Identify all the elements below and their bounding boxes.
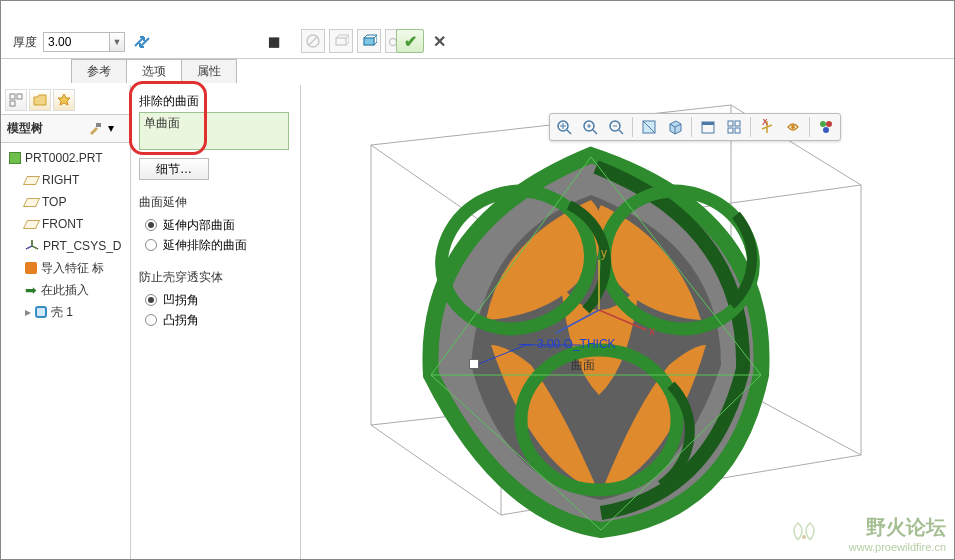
drag-handle[interactable] (469, 359, 479, 369)
detail-button[interactable]: 细节… (139, 158, 209, 180)
tree-csys[interactable]: PRT_CSYS_D (3, 235, 128, 257)
svg-rect-8 (10, 101, 15, 106)
annotation-display-icon[interactable] (781, 116, 805, 138)
svg-line-23 (593, 130, 597, 134)
options-panel: 排除的曲面 单曲面 细节… 曲面延伸 延伸内部曲面 延伸排除的曲面 防止壳穿透实… (131, 85, 301, 559)
svg-point-41 (802, 535, 806, 539)
watermark-url: www.proewildfire.cn (849, 541, 946, 553)
tree-plane-front[interactable]: FRONT (3, 213, 128, 235)
pause-icon[interactable]: ▮▮ (261, 29, 285, 53)
excluded-surfaces-label: 排除的曲面 (139, 93, 292, 110)
thickness-dropdown[interactable]: ▼ (109, 32, 125, 52)
svg-point-37 (791, 125, 795, 129)
tab-properties[interactable]: 属性 (181, 59, 237, 83)
convex-radio[interactable]: 凸拐角 (145, 310, 292, 330)
viewport[interactable]: y x — 3.00 O_THICK 曲面 (301, 85, 954, 559)
svg-rect-32 (728, 121, 733, 126)
tree-title: 模型树 (7, 120, 43, 137)
svg-point-40 (823, 127, 829, 133)
excluded-surfaces-list[interactable]: 单曲面 (139, 112, 289, 150)
tree-import[interactable]: 导入特征 标 (3, 257, 128, 279)
model-tree: PRT0002.PRT RIGHT TOP FRONT PRT_CSYS_D 导… (1, 143, 130, 327)
watermark: 野火论坛 www.proewildfire.cn (849, 514, 946, 553)
top-toolbar: 厚度 ▼ ▮▮ ✔ ✕ (1, 1, 954, 59)
svg-rect-33 (735, 121, 740, 126)
tree-part[interactable]: PRT0002.PRT (3, 147, 128, 169)
tabs-row: 参考 选项 属性 (1, 59, 954, 85)
box-icon[interactable] (329, 29, 353, 53)
model-tree-panel: 模型树 ▾ PRT0002.PRT RIGHT TOP FRONT PRT_CS… (1, 85, 131, 559)
svg-line-1 (309, 37, 317, 45)
svg-rect-2 (336, 38, 346, 45)
box-active-icon[interactable] (357, 29, 381, 53)
dimension-label[interactable]: — 3.00 O_THICK (519, 335, 616, 351)
svg-rect-31 (702, 122, 714, 125)
flip-direction-icon[interactable] (131, 31, 153, 53)
watermark-title: 野火论坛 (849, 514, 946, 541)
thickness-input-group: ▼ (43, 32, 125, 52)
prevent-title: 防止壳穿透实体 (139, 269, 292, 286)
tree-toolbar (1, 85, 130, 115)
tree-header: 模型树 ▾ (1, 115, 130, 143)
datum-display-icon[interactable]: x (755, 116, 779, 138)
surface-label: 曲面 (571, 357, 595, 374)
svg-line-21 (567, 130, 571, 134)
view-manager-icon[interactable] (722, 116, 746, 138)
watermark-logo (788, 515, 824, 545)
tree-view-icon[interactable] (5, 89, 27, 111)
refit-icon[interactable] (552, 116, 576, 138)
svg-rect-35 (735, 128, 740, 133)
display-style-icon[interactable] (663, 116, 687, 138)
svg-rect-6 (10, 94, 15, 99)
svg-point-38 (820, 121, 826, 127)
extend-title: 曲面延伸 (139, 194, 292, 211)
apply-button[interactable]: ✔ (396, 29, 424, 53)
extend-excluded-radio[interactable]: 延伸排除的曲面 (145, 235, 292, 255)
spin-center-icon[interactable] (814, 116, 838, 138)
3d-view-svg: y x (301, 85, 951, 560)
feature-toolbar: ▮▮ (261, 29, 409, 53)
tree-favorite-icon[interactable] (53, 89, 75, 111)
tree-insert-here[interactable]: ➡在此插入 (3, 279, 128, 301)
svg-line-27 (619, 130, 623, 134)
saved-views-icon[interactable] (696, 116, 720, 138)
svg-text:y: y (601, 246, 607, 260)
tab-options[interactable]: 选项 (126, 59, 182, 83)
svg-rect-3 (364, 38, 374, 45)
svg-rect-9 (96, 123, 101, 127)
tab-reference[interactable]: 参考 (71, 59, 127, 83)
tree-shell[interactable]: ▸壳 1 (3, 301, 128, 323)
svg-text:x: x (762, 119, 768, 128)
tree-folder-icon[interactable] (29, 89, 51, 111)
repaint-icon[interactable] (637, 116, 661, 138)
extend-radio-group: 延伸内部曲面 延伸排除的曲面 (139, 215, 292, 255)
svg-text:x: x (649, 324, 655, 338)
thickness-label: 厚度 (13, 34, 37, 51)
tree-tool-hammer-icon[interactable] (88, 121, 104, 137)
concave-radio[interactable]: 凹拐角 (145, 290, 292, 310)
svg-point-39 (826, 121, 832, 127)
tree-plane-top[interactable]: TOP (3, 191, 128, 213)
cancel-button[interactable]: ✕ (430, 32, 448, 50)
view-toolbar: x (549, 113, 841, 141)
tree-plane-right[interactable]: RIGHT (3, 169, 128, 191)
zoom-in-icon[interactable] (578, 116, 602, 138)
tree-tool-settings-icon[interactable]: ▾ (108, 121, 124, 137)
svg-rect-34 (728, 128, 733, 133)
no-icon[interactable] (301, 29, 325, 53)
excluded-surface-item[interactable]: 单曲面 (144, 115, 284, 132)
extend-internal-radio[interactable]: 延伸内部曲面 (145, 215, 292, 235)
svg-rect-7 (17, 94, 22, 99)
confirm-group: ✔ ✕ (396, 29, 448, 53)
prevent-radio-group: 凹拐角 凸拐角 (139, 290, 292, 330)
zoom-out-icon[interactable] (604, 116, 628, 138)
